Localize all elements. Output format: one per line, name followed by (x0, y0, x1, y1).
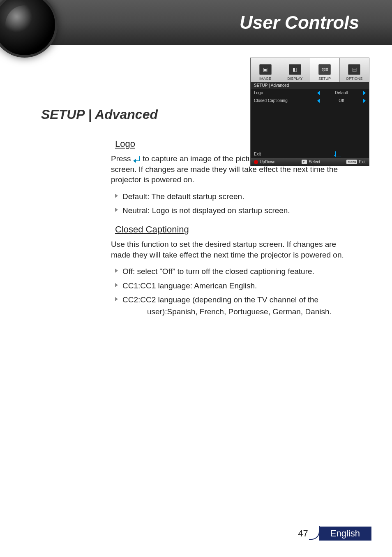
bullet-item: CC1:CC1 language: American English. (113, 280, 355, 292)
osd-row-value: Off (320, 98, 363, 103)
bullet-text: CC2:CC2 language (depending on the TV ch… (122, 295, 318, 304)
arrow-right-icon[interactable] (363, 91, 366, 95)
page-header: User Controls (0, 0, 392, 45)
osd-footer: UpDown ↵ Select Menu Exit (251, 158, 369, 166)
osd-footer-select: Select (309, 160, 320, 164)
arrow-right-icon[interactable] (363, 99, 366, 103)
osd-menu: ▣ IMAGE ◧ DISPLAY ⊚≡ SETUP ▤ OPTIONS SET… (250, 58, 369, 166)
osd-row-label: Logo (254, 91, 317, 95)
osd-tab-label: SETUP (318, 77, 331, 81)
osd-tabs: ▣ IMAGE ◧ DISPLAY ⊚≡ SETUP ▤ OPTIONS (251, 58, 369, 82)
osd-footer-updown: UpDown (260, 160, 275, 164)
osd-tab-setup[interactable]: ⊚≡ SETUP (310, 58, 340, 82)
osd-tab-image[interactable]: ▣ IMAGE (251, 58, 280, 82)
osd-tab-label: DISPLAY (287, 77, 302, 81)
setup-icon: ⊚≡ (318, 64, 331, 75)
red-dot-icon (254, 160, 258, 164)
subheading-cc: Closed Captioning (111, 224, 189, 235)
osd-tab-label: IMAGE (259, 77, 271, 81)
cc-paragraph: Use this function to set the desired sta… (111, 239, 355, 260)
osd-tab-display[interactable]: ◧ DISPLAY (280, 58, 310, 82)
osd-spacer (251, 104, 369, 150)
enter-key-icon: ↵ (302, 160, 307, 164)
osd-tab-options[interactable]: ▤ OPTIONS (340, 58, 369, 82)
display-icon: ◧ (289, 64, 301, 75)
bullet-item: CC2:CC2 language (depending on the TV ch… (113, 294, 355, 318)
page-footer: 47 English (298, 527, 371, 541)
osd-tab-label: OPTIONS (346, 77, 363, 81)
enter-icon (335, 151, 341, 156)
osd-exit-row[interactable]: Exit (251, 150, 369, 158)
footer-language: English (319, 527, 371, 541)
cc-bullets: Off: select “Off” to turn off the closed… (113, 266, 355, 318)
osd-row-logo[interactable]: Logo Default (251, 89, 369, 97)
bullet-text-cont: user):Spanish, French, Portuguese, Germa… (122, 306, 355, 318)
osd-breadcrumb: SETUP | Advanced (251, 82, 369, 89)
osd-row-value: Default (320, 91, 363, 95)
options-icon: ▤ (348, 64, 360, 75)
osd-footer-exit: Exit (359, 160, 366, 164)
osd-exit-label: Exit (254, 152, 261, 156)
bullet-item: Default: The default startup screen. (113, 191, 355, 203)
page-number: 47 (298, 528, 308, 539)
osd-row-cc[interactable]: Closed Captioning Off (251, 97, 369, 104)
subheading-logo: Logo (111, 139, 135, 149)
footer-curve-decoration (309, 526, 320, 540)
image-icon: ▣ (259, 64, 272, 75)
bullet-item: Neutral: Logo is not displayed on startu… (113, 205, 355, 217)
menu-key-icon: Menu (346, 160, 357, 164)
enter-icon (133, 156, 141, 162)
para-text: Press (111, 154, 133, 163)
logo-bullets: Default: The default startup screen. Neu… (113, 191, 355, 217)
osd-row-label: Closed Captioning (254, 98, 317, 103)
bullet-item: Off: select “Off” to turn off the closed… (113, 266, 355, 278)
header-title: User Controls (240, 12, 359, 33)
